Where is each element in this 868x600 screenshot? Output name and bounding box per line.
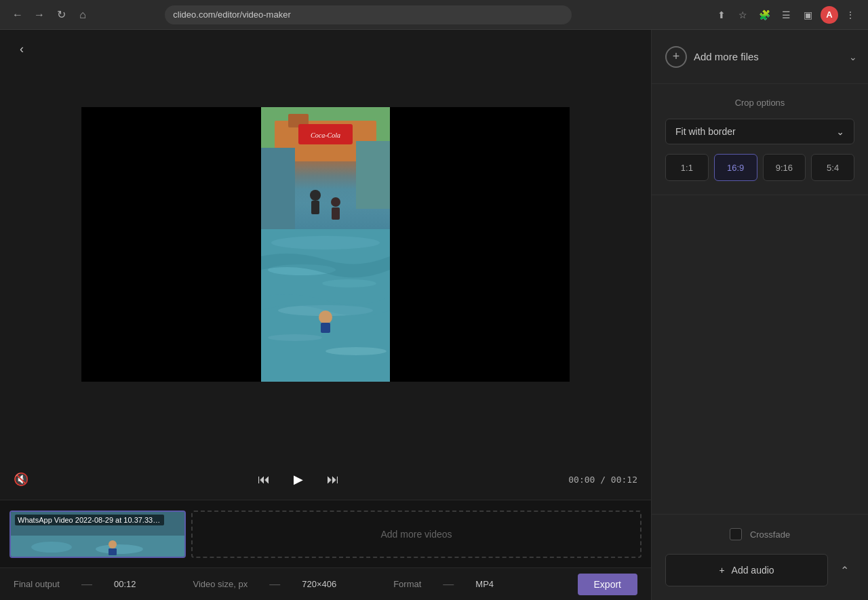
audio-chevron-icon[interactable]: ⌃ <box>835 559 854 582</box>
nav-home-button[interactable]: ⌂ <box>73 5 92 24</box>
skip-back-button[interactable]: ⏮ <box>258 473 270 487</box>
share-icon[interactable]: ⬆ <box>712 5 731 24</box>
crop-options-title: Crop options <box>665 98 854 108</box>
output-label: Final output <box>14 579 60 589</box>
video-clip[interactable]: WhatsApp Video 2022-08-29 at 10.37.33 AM… <box>9 511 186 558</box>
user-avatar[interactable]: A <box>821 6 838 24</box>
bookmark-icon[interactable]: ☆ <box>734 5 753 24</box>
bottom-bar: Final output — 00:12 Video size, px — 72… <box>0 567 651 600</box>
nav-buttons: ← → ↻ ⌂ <box>8 5 92 24</box>
skip-forward-button[interactable]: ⏭ <box>327 473 339 487</box>
crossfade-section: Crossfade <box>652 514 868 554</box>
add-audio-button[interactable]: + Add audio <box>665 554 828 586</box>
bottom-info: Final output — 00:12 Video size, px — 72… <box>14 578 556 591</box>
play-icon: ▶ <box>294 472 303 487</box>
svg-rect-25 <box>108 548 117 555</box>
controls-center: ⏮ ▶ ⏭ <box>39 467 557 492</box>
audio-plus-icon: + <box>719 565 724 576</box>
black-bar-right <box>390 107 570 382</box>
svg-text:Coca-Cola: Coca-Cola <box>311 132 340 139</box>
svg-rect-5 <box>261 148 295 229</box>
url-text: clideo.com/editor/video-maker <box>173 9 290 20</box>
svg-point-14 <box>322 279 376 287</box>
skip-back-icon: ⏮ <box>258 473 270 487</box>
export-button[interactable]: Export <box>578 574 637 595</box>
add-audio-label: Add audio <box>732 565 774 576</box>
svg-point-22 <box>31 542 72 553</box>
video-preview-area: Coca-Cola <box>0 30 651 459</box>
menu-icon[interactable]: ⋮ <box>841 5 860 24</box>
nav-reload-button[interactable]: ↻ <box>52 5 71 24</box>
right-panel: + Add more files ⌄ Crop options Fit with… <box>651 30 868 600</box>
add-audio-section: + Add audio ⌃ <box>652 554 868 600</box>
svg-point-18 <box>319 311 332 324</box>
play-button[interactable]: ▶ <box>286 467 311 492</box>
video-portrait: Coca-Cola <box>261 107 390 382</box>
svg-point-16 <box>268 334 322 341</box>
extensions-icon[interactable]: 🧩 <box>755 5 774 24</box>
ratio-16-9-button[interactable]: 16:9 <box>714 154 757 181</box>
timeline-area: WhatsApp Video 2022-08-29 at 10.37.33 AM… <box>0 500 651 567</box>
back-arrow-icon: ‹ <box>20 42 24 56</box>
mute-button[interactable]: 🔇 <box>14 472 28 487</box>
svg-rect-8 <box>311 201 319 214</box>
panel-spacer <box>652 195 868 514</box>
svg-rect-19 <box>321 323 330 333</box>
crop-section: Crop options Fit with border ⌃ 1:1 16:9 … <box>652 84 868 195</box>
svg-point-17 <box>326 347 387 355</box>
time-separator: / <box>600 475 611 485</box>
add-files-chevron[interactable]: ⌄ <box>849 52 857 62</box>
browser-icons: ⬆ ☆ 🧩 ☰ ▣ A ⋮ <box>712 5 860 24</box>
add-files-section: + Add more files ⌄ <box>652 30 868 84</box>
editor-container: ‹ <box>0 30 868 600</box>
format-label: Format <box>393 579 421 589</box>
add-more-videos-button[interactable]: Add more videos <box>191 511 642 558</box>
mute-icon: 🔇 <box>14 472 28 487</box>
skip-forward-icon: ⏭ <box>327 473 339 487</box>
video-content: Coca-Cola <box>81 107 570 382</box>
player-controls: 🔇 ⏮ ▶ ⏭ 00:00 / 00:12 <box>0 459 651 500</box>
browser-chrome: ← → ↻ ⌂ clideo.com/editor/video-maker ⬆ … <box>0 0 868 30</box>
black-bar-left <box>81 107 261 382</box>
format-select[interactable]: MP4 MOV AVI WebM <box>475 579 501 589</box>
output-value: 00:12 <box>114 579 136 589</box>
total-time: 00:12 <box>611 475 637 485</box>
svg-point-7 <box>310 190 321 201</box>
ratio-5-4-button[interactable]: 5:4 <box>811 154 854 181</box>
svg-point-12 <box>271 236 380 249</box>
dropdown-arrow-icon: ⌃ <box>836 126 844 137</box>
nav-forward-button[interactable]: → <box>30 5 49 24</box>
ratio-1-1-button[interactable]: 1:1 <box>665 154 709 181</box>
crossfade-label: Crossfade <box>750 529 790 540</box>
nav-back-button[interactable]: ← <box>8 5 27 24</box>
aspect-ratios: 1:1 16:9 9:16 5:4 <box>665 154 854 181</box>
crop-mode-value: Fit with border <box>675 126 736 137</box>
address-bar[interactable]: clideo.com/editor/video-maker <box>165 5 572 24</box>
svg-rect-10 <box>332 207 340 220</box>
svg-point-9 <box>331 197 340 207</box>
crop-mode-dropdown[interactable]: Fit with border ⌃ <box>665 119 854 144</box>
timeline-track: WhatsApp Video 2022-08-29 at 10.37.33 AM… <box>0 500 651 567</box>
time-display: 00:00 / 00:12 <box>568 475 637 485</box>
clip-label: WhatsApp Video 2022-08-29 at 10.37.33 AM… <box>15 515 164 525</box>
svg-rect-6 <box>356 141 390 209</box>
ratio-9-16-button[interactable]: 9:16 <box>763 154 806 181</box>
back-button[interactable]: ‹ <box>11 38 33 60</box>
plus-circle-icon: + <box>665 46 687 68</box>
svg-point-23 <box>96 544 143 554</box>
video-panel: ‹ <box>0 30 651 600</box>
size-label: Video size, px <box>193 579 248 589</box>
current-time: 00:00 <box>568 475 595 485</box>
crossfade-checkbox[interactable] <box>730 528 742 540</box>
svg-point-24 <box>108 540 117 548</box>
profile-icon[interactable]: ☰ <box>777 5 796 24</box>
add-files-button[interactable]: + Add more files <box>665 46 854 68</box>
sidebar-icon[interactable]: ▣ <box>799 5 818 24</box>
size-value: 720×406 <box>302 579 336 589</box>
video-frame: Coca-Cola <box>81 107 570 382</box>
add-files-label: Add more files <box>694 51 759 62</box>
